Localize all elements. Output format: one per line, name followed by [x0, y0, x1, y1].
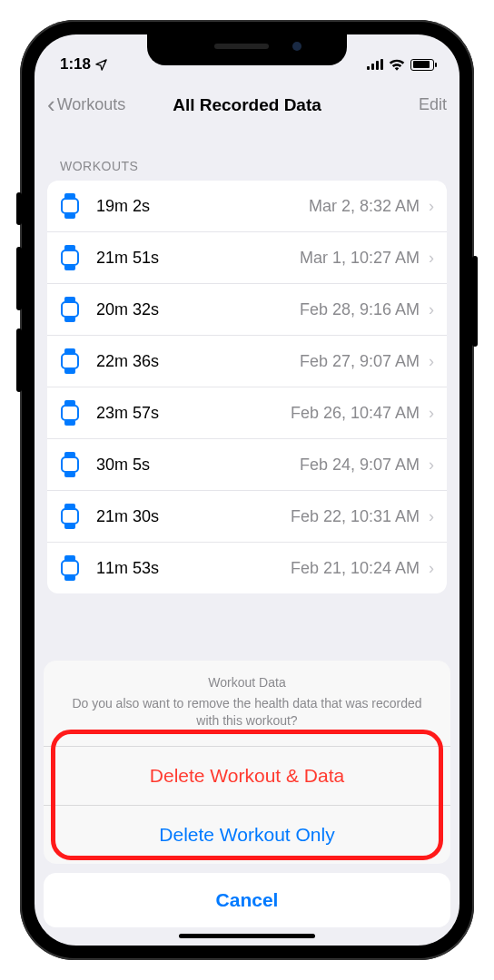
- back-label: Workouts: [57, 95, 126, 114]
- workout-duration: 22m 36s: [96, 352, 159, 371]
- workout-duration: 21m 51s: [96, 249, 159, 268]
- delete-workout-and-data-button[interactable]: Delete Workout & Data: [44, 747, 450, 806]
- nav-bar: ‹ Workouts All Recorded Data Edit: [35, 80, 459, 132]
- workout-duration: 21m 30s: [96, 507, 159, 526]
- apple-watch-icon: [60, 555, 80, 581]
- apple-watch-icon: [60, 297, 80, 322]
- workout-date: Mar 2, 8:32 AM: [309, 197, 420, 216]
- workout-date: Feb 26, 10:47 AM: [291, 404, 420, 423]
- workout-row[interactable]: 23m 57s Feb 26, 10:47 AM ›: [47, 387, 447, 439]
- workout-duration: 19m 2s: [96, 197, 150, 216]
- workout-duration: 20m 32s: [96, 300, 159, 319]
- apple-watch-icon: [60, 400, 80, 426]
- apple-watch-icon: [60, 452, 80, 477]
- chevron-right-icon: ›: [429, 352, 434, 371]
- workout-date: Mar 1, 10:27 AM: [300, 249, 420, 268]
- action-sheet-message: Do you also want to remove the health da…: [62, 695, 432, 730]
- apple-watch-icon: [60, 193, 80, 219]
- side-button: [472, 256, 478, 347]
- workout-date: Feb 22, 10:31 AM: [291, 507, 420, 526]
- notch: [147, 34, 347, 65]
- workout-row[interactable]: 19m 2s Mar 2, 8:32 AM ›: [47, 181, 447, 232]
- status-time: 1:18: [60, 55, 91, 74]
- action-sheet-group: Workout Data Do you also want to remove …: [44, 661, 450, 864]
- workout-row[interactable]: 21m 30s Feb 22, 10:31 AM ›: [47, 491, 447, 543]
- chevron-right-icon: ›: [429, 404, 434, 423]
- cellular-icon: [367, 59, 383, 70]
- delete-workout-only-button[interactable]: Delete Workout Only: [44, 806, 450, 864]
- volume-down: [16, 328, 22, 392]
- location-icon: [94, 58, 108, 72]
- workout-row[interactable]: 22m 36s Feb 27, 9:07 AM ›: [47, 336, 447, 387]
- phone-frame: 1:18 ‹ Workouts All Recorded Data Edit W…: [20, 20, 474, 960]
- workout-row[interactable]: 11m 53s Feb 21, 10:24 AM ›: [47, 543, 447, 593]
- apple-watch-icon: [60, 504, 80, 529]
- chevron-right-icon: ›: [429, 507, 434, 526]
- back-button[interactable]: ‹ Workouts: [47, 91, 125, 119]
- workout-list: 19m 2s Mar 2, 8:32 AM › 21m 51s Mar 1, 1…: [47, 181, 447, 593]
- chevron-right-icon: ›: [429, 300, 434, 319]
- apple-watch-icon: [60, 245, 80, 270]
- action-sheet-title: Workout Data: [62, 675, 432, 690]
- workout-row[interactable]: 21m 51s Mar 1, 10:27 AM ›: [47, 232, 447, 284]
- workout-duration: 30m 5s: [96, 456, 150, 475]
- workout-date: Feb 28, 9:16 AM: [300, 300, 420, 319]
- section-header: WORKOUTS: [47, 132, 447, 181]
- battery-icon: [410, 59, 434, 71]
- chevron-right-icon: ›: [429, 249, 434, 268]
- workout-row[interactable]: 30m 5s Feb 24, 9:07 AM ›: [47, 439, 447, 491]
- edit-button[interactable]: Edit: [419, 95, 447, 114]
- workout-row[interactable]: 20m 32s Feb 28, 9:16 AM ›: [47, 284, 447, 336]
- workout-date: Feb 24, 9:07 AM: [300, 456, 420, 475]
- chevron-left-icon: ‹: [47, 91, 55, 119]
- workout-duration: 23m 57s: [96, 404, 159, 423]
- wifi-icon: [389, 58, 405, 71]
- mute-switch: [16, 192, 22, 225]
- chevron-right-icon: ›: [429, 197, 434, 216]
- cancel-button[interactable]: Cancel: [44, 873, 450, 927]
- chevron-right-icon: ›: [429, 456, 434, 475]
- workout-duration: 11m 53s: [96, 559, 159, 578]
- chevron-right-icon: ›: [429, 559, 434, 578]
- volume-up: [16, 247, 22, 310]
- home-indicator[interactable]: [179, 934, 315, 938]
- action-sheet-header: Workout Data Do you also want to remove …: [44, 661, 450, 747]
- workout-date: Feb 27, 9:07 AM: [300, 352, 420, 371]
- apple-watch-icon: [60, 348, 80, 374]
- workout-date: Feb 21, 10:24 AM: [291, 559, 420, 578]
